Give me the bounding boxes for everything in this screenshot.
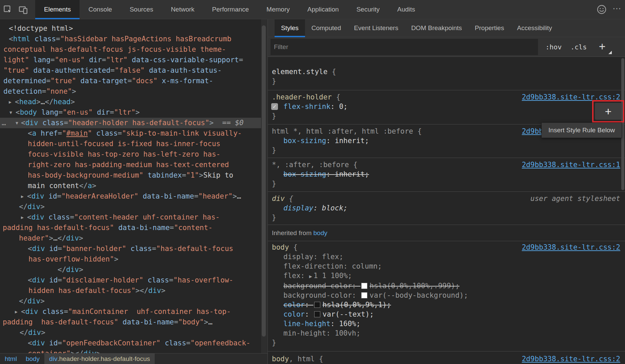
tab-elements[interactable]: Elements (35, 0, 80, 19)
dom-line[interactable]: <a href="#main" class="skip-to-main-link… (0, 128, 261, 139)
feedback-smiley-icon[interactable] (594, 0, 609, 19)
sidebar-tab-accessibility[interactable]: Accessibility (511, 19, 558, 37)
dom-line[interactable]: detection="none"> (0, 86, 261, 97)
expand-closed-icon[interactable]: ▶ (21, 212, 24, 223)
elements-scrollbar-thumb[interactable] (262, 25, 266, 337)
sidebar-tab-dom-breakpoints[interactable]: DOM Breakpoints (405, 19, 468, 37)
color-swatch[interactable] (314, 311, 320, 317)
dom-line[interactable]: "true" data-authenticated="false" data-a… (0, 65, 261, 76)
css-property[interactable]: display: block; (268, 203, 625, 213)
dom-line[interactable]: ▶<div id="headerAreaHolder" data-bi-name… (0, 191, 261, 202)
dom-line[interactable]: light" lang="en-us" dir="ltr" data-css-v… (0, 55, 261, 65)
css-selector[interactable]: .header-holder {2d9bb338.site-ltr.css:2 (268, 92, 625, 102)
property-enabled-checkbox[interactable]: ✓ (271, 103, 278, 110)
css-property[interactable]: flex-direction: column; (268, 261, 625, 271)
tab-console[interactable]: Console (80, 0, 121, 19)
stylesheet-link[interactable]: 2d9bb338.site-ltr.css:1 (522, 160, 620, 169)
dom-line[interactable]: <div id="disclaimer-holder" class="has-o… (0, 275, 261, 286)
elements-scrollbar-track[interactable] (261, 19, 267, 353)
tab-performance[interactable]: Performance (203, 0, 258, 19)
css-property[interactable]: color: hsla(0,0%,9%,1); (268, 300, 625, 310)
dom-more-actions-icon[interactable]: … (2, 118, 6, 128)
expand-closed-icon[interactable]: ▶ (9, 97, 12, 107)
dom-line-selected[interactable]: …▼<div class="header-holder has-default-… (0, 118, 261, 128)
new-style-rule-button[interactable]: + (599, 37, 605, 57)
insert-style-rule-button[interactable]: + (595, 103, 622, 120)
dom-line[interactable]: right-zero has-padding-medium has-text-c… (0, 160, 261, 170)
tab-sources[interactable]: Sources (121, 0, 162, 19)
css-property-text: background-color: var(--body-background)… (283, 291, 468, 299)
dom-line[interactable]: ▶<head>…</head> (0, 97, 261, 107)
breadcrumb-item-body[interactable]: body (26, 355, 40, 363)
css-property[interactable]: background-color: var(--body-background)… (268, 291, 625, 300)
css-property[interactable]: background-color: hsla(0,0%,100%,.999); (268, 281, 625, 291)
dom-line[interactable]: </div> (0, 265, 261, 275)
stylesheet-link[interactable]: 2d9bb338.site-ltr.css:2 (522, 243, 620, 252)
css-property[interactable]: ✓flex-shrink: 0; (268, 102, 625, 111)
dom-line[interactable]: header">…</div> (0, 233, 261, 244)
css-selector[interactable]: element.style { (268, 67, 625, 76)
shorthand-expand-icon[interactable]: ▶ (309, 273, 312, 279)
expand-open-icon[interactable]: ▼ (9, 107, 12, 118)
dom-line[interactable]: focus-visible has-top-zero has-left-zero… (0, 149, 261, 160)
dom-line[interactable]: ▶<div class="mainContainer uhf-container… (0, 306, 261, 317)
css-selector[interactable]: body {2d9bb338.site-ltr.css:2 (268, 243, 625, 252)
inspect-icon[interactable] (0, 0, 16, 19)
device-toolbar-icon[interactable] (16, 0, 31, 19)
css-selector[interactable]: div {user agent stylesheet (268, 194, 625, 203)
code-token: { (289, 195, 294, 203)
dom-line[interactable]: <html class="hasSidebar hasPageActions h… (0, 34, 261, 44)
inherited-from-node-link[interactable]: body (314, 229, 327, 236)
more-options-icon[interactable]: ⋯ (609, 0, 625, 19)
css-property[interactable]: min-height: 100vh; (268, 328, 625, 338)
tab-security[interactable]: Security (348, 0, 389, 19)
color-swatch[interactable] (361, 292, 367, 298)
sidebar-tab-computed[interactable]: Computed (305, 19, 348, 37)
css-selector[interactable]: body, html {2d9bb338.site-ltr.css:2 (268, 354, 625, 364)
css-property[interactable]: color: var(--text); (268, 310, 625, 319)
tab-application[interactable]: Application (299, 0, 348, 19)
dom-line[interactable]: hidden has-default-focus"></div> (0, 286, 261, 296)
css-property[interactable]: box-sizing: inherit; (268, 169, 625, 179)
style-filter-input[interactable] (271, 39, 538, 55)
dom-line[interactable]: main content</a> (0, 181, 261, 191)
breadcrumb-item-selected[interactable]: div.header-holder.has-default-focus (44, 354, 155, 364)
dom-line[interactable]: <!doctype html> (0, 23, 261, 34)
expand-open-icon[interactable]: ▼ (16, 118, 18, 128)
tab-memory[interactable]: Memory (258, 0, 299, 19)
element-classes-button[interactable]: .cls (570, 37, 587, 57)
dom-line[interactable]: </div> (0, 296, 261, 306)
css-property[interactable]: display: flex; (268, 252, 625, 261)
code-token: = (46, 77, 50, 85)
sidebar-tab-event-listeners[interactable]: Event Listeners (347, 19, 405, 37)
dom-line[interactable]: </div> (0, 327, 261, 338)
dom-line[interactable]: padding has-default-focus" data-bi-name=… (0, 223, 261, 233)
dom-line[interactable]: <div id="banner-holder" class="has-defau… (0, 244, 261, 254)
dom-line[interactable]: padding has-default-focus" data-bi-name=… (0, 317, 261, 327)
dom-line[interactable]: ▶<div class="content-header uhf-containe… (0, 212, 261, 223)
css-selector[interactable]: *, :after, :before {2d9bb338.site-ltr.cs… (268, 160, 625, 169)
dom-line[interactable]: has-body-background-medium" tabindex="1"… (0, 170, 261, 181)
new-style-rule-menu-corner[interactable] (608, 51, 612, 54)
dom-line[interactable]: conceptual has-default-focus js-focus-vi… (0, 44, 261, 55)
dom-line[interactable]: determined="true" data-target="docs" x-m… (0, 76, 261, 86)
expand-closed-icon[interactable]: ▶ (15, 306, 18, 317)
css-property[interactable]: line-height: 160%; (268, 319, 625, 328)
color-swatch[interactable] (361, 283, 367, 289)
stylesheet-link[interactable]: 2d9bb338.site-ltr.css:2 (522, 354, 620, 364)
toggle-element-state-button[interactable]: :hov (545, 37, 562, 57)
dom-line[interactable]: <div id="openFeedbackContainer" class="o… (0, 338, 261, 348)
css-property[interactable]: flex: ▶1 1 100%; (268, 271, 625, 281)
breadcrumb-item-html[interactable]: html (5, 355, 17, 363)
dom-line[interactable]: container"></div> (0, 348, 261, 353)
dom-line[interactable]: hidden-until-focused is-fixed has-inner-… (0, 139, 261, 149)
dom-line[interactable]: has-overflow-hidden"> (0, 254, 261, 265)
expand-closed-icon[interactable]: ▶ (21, 191, 24, 202)
sidebar-tab-styles[interactable]: Styles (275, 19, 305, 37)
tab-network[interactable]: Network (162, 0, 203, 19)
sidebar-tab-properties[interactable]: Properties (468, 19, 511, 37)
color-swatch[interactable] (314, 302, 320, 308)
dom-line[interactable]: ▼<body lang="en-us" dir="ltr"> (0, 107, 261, 118)
tab-audits[interactable]: Audits (388, 0, 424, 19)
dom-line[interactable]: </div> (0, 202, 261, 212)
